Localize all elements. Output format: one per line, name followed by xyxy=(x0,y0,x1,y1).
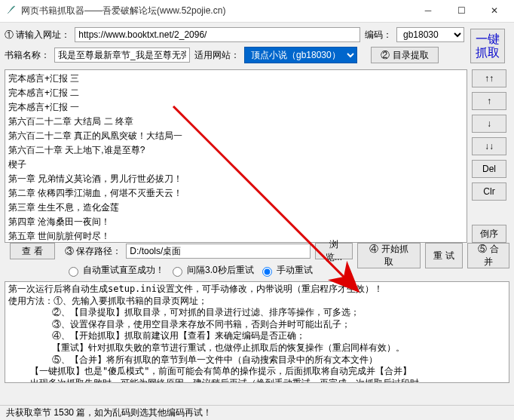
bookname-input[interactable] xyxy=(54,48,190,63)
client-area: ① 请输入网址： 编码： gb18030 一键 抓取 书籍名称： 适用网站： 顶… xyxy=(0,23,514,405)
titlebar: 网页书籍抓取器——吾爱破解论坛(www.52pojie.cn) ─ ☐ ✕ xyxy=(0,0,514,23)
encoding-select[interactable]: gb18030 xyxy=(396,27,464,42)
move-bottom-button[interactable]: ↓↓ xyxy=(472,137,506,155)
encoding-label: 编码： xyxy=(365,29,392,41)
retry-interval-input[interactable] xyxy=(173,267,182,277)
start-grab-button[interactable]: ④ 开始抓取 xyxy=(357,243,421,268)
url-input[interactable] xyxy=(75,27,360,42)
bookname-label: 书籍名称： xyxy=(5,49,50,62)
status-bar: 共获取章节 1530 篇，如为乱码则选其他编码再试！ xyxy=(0,405,514,420)
site-select[interactable]: 顶点小说（gb18030） xyxy=(244,47,357,63)
list-item[interactable]: 第二章 依稀四季江湖血，何堪不灭垂天云！ xyxy=(7,186,465,201)
retry-button[interactable]: 重 试 xyxy=(425,243,463,268)
extract-toc-button[interactable]: ② 目录提取 xyxy=(371,47,439,63)
window-title: 网页书籍抓取器——吾爱破解论坛(www.52pojie.cn) xyxy=(21,5,412,17)
list-item[interactable]: 完本感言+汇报 二 xyxy=(7,86,465,100)
save-path-input[interactable] xyxy=(126,244,311,259)
list-item[interactable]: 楔子 xyxy=(7,158,465,172)
list-item[interactable]: 完本感言+汇报 一 xyxy=(7,100,465,115)
list-item[interactable]: 完本感言+汇报 三 xyxy=(7,72,465,86)
delete-button[interactable]: Del xyxy=(472,160,506,178)
retry-manual-input[interactable] xyxy=(262,267,272,277)
side-buttons: ↑↑ ↑ ↓ ↓↓ Del Clr 倒序 xyxy=(472,69,509,243)
main-area: 完本感言+汇报 三完本感言+汇报 二完本感言+汇报 一第六百二十二章 大结局 二… xyxy=(5,69,509,243)
move-top-button[interactable]: ↑↑ xyxy=(472,69,506,87)
url-label: ① 请输入网址： xyxy=(5,29,70,41)
site-label: 适用网站： xyxy=(194,49,240,62)
merge-button[interactable]: ⑤ 合并 xyxy=(467,243,509,268)
bookname-row: 书籍名称： 适用网站： 顶点小说（gb18030） ② 目录提取 xyxy=(5,47,509,63)
view-button[interactable]: 查 看 xyxy=(10,243,55,259)
list-item[interactable]: 第四章 沧海桑田一夜间！ xyxy=(7,215,465,229)
minimize-button[interactable]: ─ xyxy=(412,0,445,23)
clear-button[interactable]: Clr xyxy=(472,182,506,201)
controls-row: 查 看 ③ 保存路径： 浏览... 自动重试直至成功！ 间隔3.0秒后重试 xyxy=(5,243,509,277)
list-item[interactable]: 第六百二十章 天上地下,谁是至尊? xyxy=(7,143,465,158)
retry-interval-radio[interactable]: 间隔3.0秒后重试 xyxy=(169,264,254,277)
list-item[interactable]: 第六百二十二章 真正的凤凰突破！大结局一 xyxy=(7,129,465,143)
save-path-label: ③ 保存路径： xyxy=(65,245,121,258)
chapter-list[interactable]: 完本感言+汇报 三完本感言+汇报 二完本感言+汇报 一第六百二十二章 大结局 二… xyxy=(5,69,467,243)
close-button[interactable]: ✕ xyxy=(478,0,511,23)
move-up-button[interactable]: ↑ xyxy=(472,92,506,110)
list-item[interactable]: 第六百二十二章 大结局 二 终章 xyxy=(7,115,465,129)
app-icon xyxy=(6,5,17,17)
status-text: 共获取章节 1530 篇，如为乱码则选其他编码再试！ xyxy=(6,406,212,419)
retry-auto-radio[interactable]: 自动重试直至成功！ xyxy=(65,264,164,277)
move-down-button[interactable]: ↓ xyxy=(472,115,506,133)
log-textarea[interactable]: 第一次运行后将自动生成setup.ini设置文件，可手动修改，内带说明（重启程序… xyxy=(5,281,509,383)
retry-manual-radio[interactable]: 手动重试 xyxy=(259,264,313,277)
list-item[interactable]: 第三章 生生不息，造化金莲 xyxy=(7,201,465,215)
reverse-button[interactable]: 倒序 xyxy=(472,225,506,243)
one-click-grab-button[interactable]: 一键 抓取 xyxy=(470,29,505,63)
list-item[interactable]: 第一章 兄弟情义莫论酒，男儿行世必拔刀！ xyxy=(7,172,465,186)
list-item[interactable]: 第五章 世间肮脏何时尽！ xyxy=(7,229,465,243)
retry-auto-input[interactable] xyxy=(69,267,78,277)
maximize-button[interactable]: ☐ xyxy=(445,0,478,23)
url-row: ① 请输入网址： 编码： gb18030 xyxy=(5,27,509,42)
browse-button[interactable]: 浏览... xyxy=(315,243,353,259)
